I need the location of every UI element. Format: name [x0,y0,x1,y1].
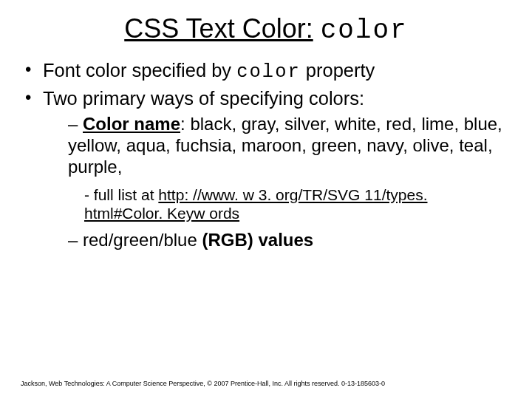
slide: CSS Text Color: color Font color specifi… [0,0,532,399]
sub2-pre: full list at [94,186,159,203]
sub3-pre: red/green/blue [83,230,202,250]
sub-bullet-rgb: – red/green/blue (RGB) values [21,230,511,251]
bullet-list: Font color specified by color property T… [21,59,511,109]
sub2-dash: - [84,186,94,203]
title-prefix: CSS Text Color: [124,13,313,44]
footer-text: Jackson, Web Technologies: A Computer Sc… [21,380,511,387]
title-suffix: color [321,16,408,46]
slide-body: Font color specified by color property T… [0,52,532,251]
bullet-2: Two primary ways of specifying colors: [21,87,511,110]
bullet-2-text: Two primary ways of specifying colors: [43,88,364,109]
sub3-bold: (RGB) values [202,230,313,250]
bullet-1-mono: color [236,61,301,83]
slide-title: CSS Text Color: color [0,0,532,52]
bullet-1-prefix: Font color specified by [43,60,236,81]
sub1-dash: – [68,114,83,134]
sub-bullet-color-name: – Color name: black, gray, silver, white… [21,114,511,177]
sub-bullet-full-list: - full list at http: //www. w 3. org/TR/… [21,185,511,222]
bullet-1: Font color specified by color property [21,59,511,84]
sub3-dash: – [68,230,83,250]
sub1-label: Color name [83,114,180,134]
bullet-1-suffix: property [301,60,375,81]
